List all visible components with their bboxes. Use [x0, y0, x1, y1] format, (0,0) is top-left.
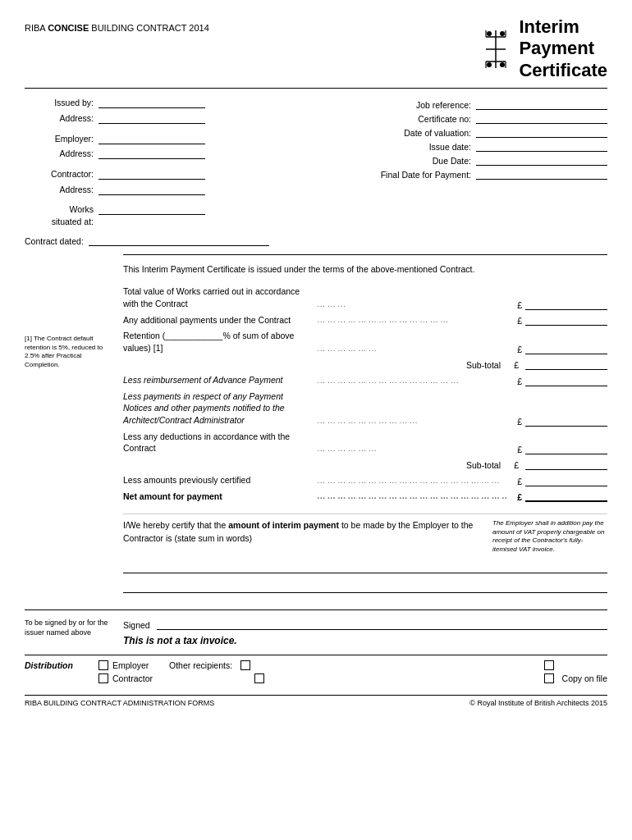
svg-point-4: [487, 31, 492, 36]
subtotal2-input[interactable]: [525, 459, 607, 470]
less-deductions-currency: £: [511, 445, 522, 454]
due-date-value[interactable]: [476, 154, 607, 166]
contractor-value[interactable]: [98, 168, 205, 180]
works-value[interactable]: [98, 203, 205, 215]
retention-row: Retention (____________% of sum of above…: [123, 330, 607, 354]
certificate-no-label: Certificate no:: [418, 114, 471, 124]
less-advance-input[interactable]: [525, 375, 607, 386]
less-notices-dots: …………………………: [317, 415, 507, 425]
other-recipients-col: Other recipients:: [169, 660, 264, 683]
due-date-row: Due Date:: [205, 154, 607, 166]
additional-payments-currency: £: [511, 316, 522, 326]
final-date-label: Final Date for Payment:: [381, 170, 471, 180]
contract-dated-value[interactable]: [89, 235, 269, 246]
less-notices-desc: Less payments in respect of any Payment …: [123, 390, 314, 427]
final-date-row: Final Date for Payment:: [205, 168, 607, 180]
contractor-label: Contractor:: [25, 168, 98, 180]
less-previously-currency: £: [511, 477, 522, 486]
signed-row: Signed: [123, 619, 607, 630]
issued-by-value[interactable]: [98, 97, 205, 108]
date-of-valuation-value[interactable]: [476, 126, 607, 138]
net-amount-input[interactable]: [525, 491, 607, 502]
signed-text: Signed: [123, 620, 150, 630]
date-of-valuation-label: Date of valuation:: [404, 128, 471, 138]
info-section: Issued by: Address: Employer: Address: C…: [25, 97, 607, 231]
signed-line[interactable]: [157, 619, 607, 630]
employer-row: Employer:: [25, 133, 205, 145]
certificate-no-row: Certificate no:: [205, 112, 607, 124]
contractor-checkbox[interactable]: [98, 673, 108, 683]
sum-words-line2[interactable]: [123, 578, 607, 593]
net-amount-currency: £: [511, 492, 522, 502]
works-label: Works situated at:: [25, 203, 98, 227]
subtotal2-label: Sub-total: [466, 460, 501, 470]
svg-point-6: [487, 62, 492, 67]
additional-payments-input[interactable]: [525, 314, 607, 326]
contractor-address-label: Address:: [25, 184, 98, 196]
contractor-address-value[interactable]: [98, 184, 205, 195]
footer-left: RIBA BUILDING CONTRACT ADMINISTRATION FO…: [25, 699, 214, 707]
issue-date-value[interactable]: [476, 140, 607, 152]
dist-contractor-row: Contractor: [98, 673, 153, 683]
svg-point-5: [500, 31, 505, 36]
additional-payments-row: Any additional payments under the Contra…: [123, 314, 607, 326]
employer-dist-label: Employer: [112, 660, 149, 670]
total-value-input[interactable]: [525, 299, 607, 310]
other-recipients-row1: Other recipients:: [169, 660, 264, 670]
less-notices-currency: £: [511, 417, 522, 427]
certify-section: I/We hereby certify that the amount of i…: [123, 514, 607, 554]
certify-text-before: I/We hereby certify that the: [123, 520, 228, 530]
intro-text: This Interim Payment Certificate is issu…: [123, 254, 607, 276]
less-deductions-row: Less any deductions in accordance with t…: [123, 431, 607, 454]
final-date-value[interactable]: [476, 168, 607, 180]
certificate-no-value[interactable]: [476, 112, 607, 124]
title-line3: Certificate: [519, 60, 607, 80]
footer-right: © Royal Institute of British Architects …: [469, 699, 607, 707]
retention-currency: £: [511, 345, 522, 354]
riba-text: RIBA: [25, 23, 48, 33]
contractor-row: Contractor:: [25, 168, 205, 180]
issued-address-value[interactable]: [98, 112, 205, 124]
less-deductions-input[interactable]: [525, 443, 607, 454]
extra-box-1-row: [544, 660, 607, 670]
dist-employer-row: Employer: [98, 660, 153, 670]
retention-input[interactable]: [525, 343, 607, 354]
employer-checkbox[interactable]: [98, 660, 108, 670]
other-recipients-label: Other recipients:: [169, 660, 232, 670]
other-recipient-checkbox-1[interactable]: [240, 660, 250, 670]
extra-boxes: Copy on file: [544, 660, 607, 683]
employer-value[interactable]: [98, 133, 205, 144]
copy-on-file-checkbox[interactable]: [544, 673, 554, 683]
riba-logo-icon: [479, 29, 512, 70]
concise-text: CONCISE: [48, 23, 89, 33]
sum-words-line1[interactable]: [123, 559, 607, 573]
less-notices-input[interactable]: [525, 415, 607, 427]
less-previously-input[interactable]: [525, 475, 607, 486]
employer-address-label: Address:: [25, 148, 98, 160]
copy-on-file-label: Copy on file: [562, 673, 607, 683]
works-row: Works situated at:: [25, 203, 205, 227]
subtotal1-label: Sub-total: [466, 360, 501, 370]
issued-by-label: Issued by:: [25, 97, 98, 109]
less-previously-desc: Less amounts previously certified: [123, 474, 314, 486]
due-date-label: Due Date:: [433, 156, 471, 166]
employer-address-row: Address:: [25, 148, 205, 160]
job-reference-value[interactable]: [476, 98, 607, 110]
employer-address-value[interactable]: [98, 148, 205, 159]
subtotal1-currency: £: [507, 360, 519, 370]
contractor-address-row: Address:: [25, 184, 205, 196]
other-recipients-row2: [169, 673, 264, 683]
other-recipient-checkbox-2[interactable]: [254, 673, 264, 683]
less-advance-currency: £: [511, 377, 522, 386]
subtotal1-row: Sub-total £: [123, 358, 607, 370]
retention-desc: Retention (____________% of sum of above…: [123, 330, 314, 354]
header: RIBA CONCISE BUILDING CONTRACT 2014: [25, 16, 607, 89]
additional-payments-desc: Any additional payments under the Contra…: [123, 314, 314, 326]
left-fields: Issued by: Address: Employer: Address: C…: [25, 97, 205, 231]
total-value-dots: ………: [317, 299, 507, 308]
extra-checkbox-1[interactable]: [544, 660, 554, 670]
employer-label: Employer:: [25, 133, 98, 145]
less-deductions-dots: ………………: [317, 443, 507, 453]
svg-point-7: [500, 62, 505, 67]
subtotal1-input[interactable]: [525, 358, 607, 370]
